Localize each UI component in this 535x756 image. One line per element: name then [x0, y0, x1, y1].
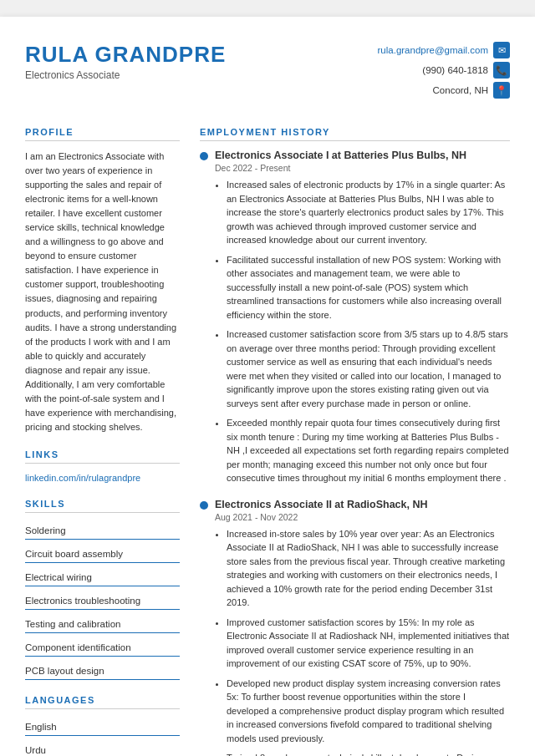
skills-section-title: SKILLS — [25, 499, 180, 513]
job-header: Electronics Associate I at Batteries Plu… — [200, 150, 510, 161]
location-text: Concord, NH — [433, 85, 488, 95]
skill-item: Electronics troubleshooting — [25, 591, 180, 610]
candidate-title: Electronics Associate — [25, 69, 226, 81]
job-bullet: Increased customer satisfaction score fr… — [227, 327, 510, 410]
job-dot — [200, 152, 208, 160]
phone-text: (990) 640-1818 — [422, 65, 488, 75]
candidate-name: RULA GRANDPRE — [25, 42, 226, 68]
email-contact: rula.grandpre@gmail.com ✉ — [378, 42, 510, 58]
right-column: EMPLOYMENT HISTORY Electronics Associate… — [200, 127, 510, 756]
skill-item: Circuit board assembly — [25, 545, 180, 563]
job-bullet: Increased sales of electronic products b… — [227, 178, 510, 247]
job-dot — [200, 501, 208, 510]
profile-section-title: PROFILE — [25, 127, 180, 141]
skill-item: Testing and calibration — [25, 615, 180, 633]
skill-item: Soldering — [25, 521, 180, 540]
email-icon: ✉ — [493, 42, 510, 58]
linkedin-link[interactable]: linkedin.com/in/rulagrandpre — [25, 473, 140, 483]
phone-icon: 📞 — [493, 62, 510, 79]
language-item: Urdu — [25, 741, 180, 756]
job-title: Electronics Associate I at Batteries Plu… — [215, 150, 466, 161]
job-date: Aug 2021 - Nov 2022 — [215, 512, 510, 522]
skill-item: Component identification — [25, 638, 180, 657]
job-entry: Electronics Associate I at Batteries Plu… — [200, 150, 510, 485]
email-link[interactable]: rula.grandpre@gmail.com — [378, 45, 488, 55]
language-item: English — [25, 718, 180, 736]
job-bullet: Increased in-store sales by 10% year ove… — [227, 527, 510, 610]
job-title: Electronics Associate II at RadioShack, … — [215, 499, 428, 510]
languages-list: EnglishUrdu — [25, 718, 180, 756]
resume-container: RULA GRANDPRE Electronics Associate rula… — [0, 17, 535, 756]
linkedin-link-item: linkedin.com/in/rulagrandpre — [25, 472, 180, 484]
left-column: PROFILE I am an Electronics Associate wi… — [25, 127, 180, 756]
skill-item: PCB layout design — [25, 662, 180, 680]
job-bullets: Increased sales of electronic products b… — [215, 178, 510, 485]
jobs-list: Electronics Associate I at Batteries Plu… — [200, 150, 510, 756]
skills-list: SolderingCircuit board assemblyElectrica… — [25, 521, 180, 680]
job-bullet: Developed new product display system inc… — [227, 677, 510, 746]
languages-section-title: LANGUAGES — [25, 695, 180, 709]
job-bullets: Increased in-store sales by 10% year ove… — [215, 527, 510, 757]
skill-item: Electrical wiring — [25, 568, 180, 586]
phone-contact: (990) 640-1818 📞 — [422, 62, 510, 79]
header-left: RULA GRANDPRE Electronics Associate — [25, 42, 226, 81]
header: RULA GRANDPRE Electronics Associate rula… — [25, 42, 510, 107]
header-right: rula.grandpre@gmail.com ✉ (990) 640-1818… — [378, 42, 510, 99]
employment-section-title: EMPLOYMENT HISTORY — [200, 127, 510, 141]
links-section-title: LINKS — [25, 449, 180, 464]
location-icon: 📍 — [493, 82, 510, 99]
job-bullet: Facilitated successful installation of n… — [227, 253, 510, 322]
job-bullet: Trained 8 employees on technical skillse… — [227, 751, 510, 756]
job-bullet: Improved customer satisfaction scores by… — [227, 616, 510, 671]
job-date: Dec 2022 - Present — [215, 163, 510, 173]
profile-text: I am an Electronics Associate with over … — [25, 150, 180, 434]
location-contact: Concord, NH 📍 — [433, 82, 510, 99]
job-header: Electronics Associate II at RadioShack, … — [200, 499, 510, 510]
job-bullet: Exceeded monthly repair quota four times… — [227, 416, 510, 485]
main-content: PROFILE I am an Electronics Associate wi… — [25, 127, 510, 756]
job-entry: Electronics Associate II at RadioShack, … — [200, 499, 510, 757]
